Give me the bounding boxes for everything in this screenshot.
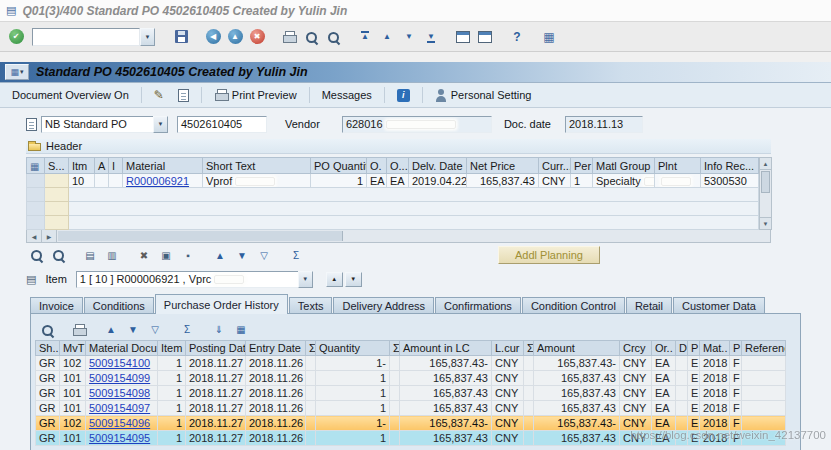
history-row[interactable]: GR 101 5009154095 1 2018.11.27 2018.11.2… [36,431,786,446]
column-header[interactable]: PO Quantity [311,158,367,174]
material-link[interactable]: R000006921 [126,175,189,187]
column-header[interactable]: Amount in LC [400,341,492,356]
create-shortcut-icon[interactable] [475,26,495,48]
filter-icon[interactable]: ▽ [145,319,165,341]
column-header[interactable]: Delv. Date [409,158,467,174]
material-document-link[interactable]: 5009154095 [89,432,150,444]
column-header[interactable]: Posting Date [186,341,246,356]
column-header[interactable]: A [95,158,109,174]
empty-item-row[interactable] [27,216,759,230]
column-header[interactable]: P [730,341,742,356]
column-header[interactable]: Σ [524,341,534,356]
lock-item-icon[interactable]: ▪ [178,244,198,266]
column-header[interactable]: Quantity [316,341,390,356]
customize-layout-icon[interactable]: ▦ [539,26,559,48]
search-icon[interactable] [26,244,46,266]
order-type-value[interactable]: NB Standard PO [41,116,153,133]
scroll-right-icon[interactable] [42,230,57,242]
back-icon[interactable]: ◀ [203,26,223,48]
tab[interactable]: Invoice [30,297,83,314]
column-header[interactable]: Material Docu... [86,341,158,356]
column-header[interactable]: Short Text [203,158,311,174]
column-header[interactable]: Σ [390,341,400,356]
enter-button[interactable] [6,26,26,48]
column-header[interactable]: Per [571,158,593,174]
other-purchase-order-button[interactable] [174,87,193,104]
column-header[interactable]: Crcy [620,341,652,356]
column-header[interactable]: MvT [60,341,86,356]
column-header[interactable]: Material [123,158,203,174]
row-select-cell[interactable] [27,174,45,188]
column-header[interactable]: P [688,341,700,356]
empty-item-row[interactable] [27,202,759,216]
find-icon[interactable] [301,26,321,48]
layout-icon[interactable]: ▦ [231,319,251,341]
new-session-icon[interactable] [453,26,473,48]
column-header[interactable]: Itm [69,158,95,174]
document-overview-button[interactable]: Document Overview On [8,87,133,103]
tab[interactable]: Retail [626,297,672,314]
delete-item-icon[interactable]: ✖ [134,244,154,266]
column-header[interactable]: L.cur [492,341,524,356]
item-overview-icon[interactable]: ▥ [102,244,122,266]
column-header[interactable]: Net Price [467,158,539,174]
row-select-cell[interactable] [27,202,45,216]
next-page-icon[interactable]: ▼ [399,26,419,48]
tab[interactable]: Confirmations [435,297,521,314]
tab[interactable]: Purchase Order History [155,294,288,314]
column-header[interactable]: I [109,158,123,174]
header-collapse-icon[interactable] [28,143,41,151]
exit-icon[interactable]: ▲ [225,26,245,48]
personal-setting-button[interactable]: Personal Setting [431,87,536,104]
column-header[interactable]: Info Rec... [701,158,759,174]
details-icon[interactable] [37,319,57,341]
column-header[interactable]: Σ [306,341,316,356]
column-header[interactable]: S... [45,158,69,174]
column-header[interactable]: Sh.. [36,341,60,356]
messages-button[interactable]: Messages [318,87,376,103]
material-document-link[interactable]: 5009154099 [89,372,150,384]
horizontal-scroll-thumb[interactable] [58,231,343,241]
sum-icon[interactable]: Σ [177,319,197,341]
vertical-scroll-thumb[interactable] [761,171,770,193]
help-icon[interactable]: ? [507,26,527,48]
transaction-menu-icon[interactable] [5,64,29,80]
history-row[interactable]: GR 102 5009154096 1 2018.11.27 2018.11.2… [36,416,786,431]
first-page-icon[interactable]: ▲ [355,26,375,48]
previous-item-icon[interactable] [326,272,343,287]
column-header[interactable]: O. [367,158,387,174]
scroll-left-icon[interactable] [27,230,42,242]
sort-descending-icon[interactable]: ▼ [232,244,252,266]
sort-ascending-icon[interactable]: ▲ [210,244,230,266]
filter-icon[interactable]: ▽ [254,244,274,266]
column-header[interactable]: Or.. [652,341,676,356]
history-row[interactable]: GR 101 5009154098 1 2018.11.27 2018.11.2… [36,386,786,401]
print-preview-button[interactable]: Print Preview [210,87,301,103]
vendor-field[interactable]: 628016 [342,116,492,133]
export-icon[interactable]: ⇓ [209,319,229,341]
save-icon[interactable] [171,26,191,48]
item-details-icon[interactable]: ▤ [80,244,100,266]
search-next-icon[interactable] [48,244,68,266]
material-document-link[interactable]: 5009154100 [89,357,150,369]
doc-date-field[interactable]: 2018.11.13 [565,116,643,133]
item-dropdown-icon[interactable] [298,271,313,288]
tab[interactable]: Conditions [84,297,154,314]
column-header[interactable]: Mat.. [700,341,730,356]
material-document-link[interactable]: 5009154096 [89,417,150,429]
material-document-link[interactable]: 5009154098 [89,387,150,399]
tab[interactable]: Customer Data [673,297,765,314]
column-header[interactable]: Matl Group [593,158,655,174]
item-collapse-icon[interactable] [26,273,36,286]
cancel-icon[interactable]: ✖ [247,26,267,48]
column-header[interactable]: Amount [534,341,620,356]
column-header[interactable]: D [676,341,688,356]
column-header[interactable]: Entry Date [246,341,306,356]
history-row[interactable]: GR 101 5009154099 1 2018.11.27 2018.11.2… [36,371,786,386]
order-type-dropdown-icon[interactable] [153,116,168,133]
tab[interactable]: Delivery Address [333,297,434,314]
history-row[interactable]: GR 101 5009154097 1 2018.11.27 2018.11.2… [36,401,786,416]
window-menu-icon[interactable] [6,4,16,17]
history-row[interactable]: GR 102 5009154100 1 2018.11.27 2018.11.2… [36,356,786,371]
empty-item-row[interactable] [27,188,759,202]
